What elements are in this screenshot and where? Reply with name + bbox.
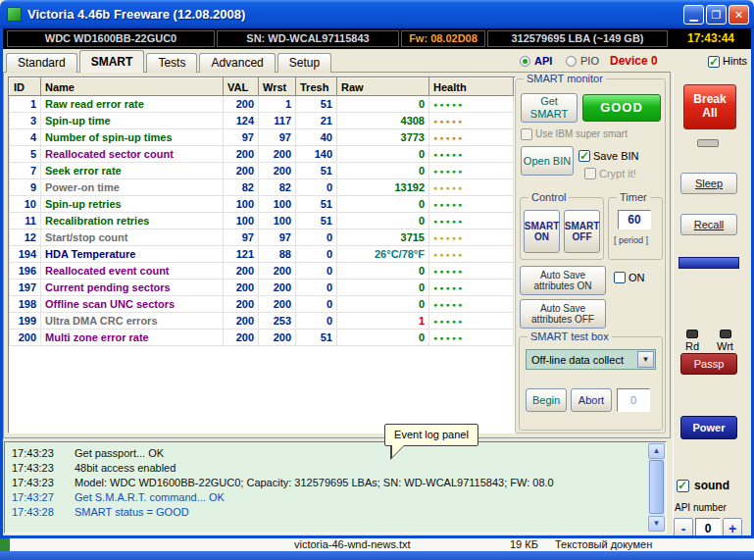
tab-standard[interactable]: Standard bbox=[6, 53, 77, 73]
clock: 17:43:44 bbox=[674, 30, 748, 47]
close-icon[interactable]: ✕ bbox=[729, 5, 749, 25]
cell-val: 200 bbox=[224, 163, 259, 179]
health-dots: ●●●●● bbox=[429, 196, 514, 213]
cell-wrst: 200 bbox=[259, 146, 296, 163]
smart-attribute-row[interactable]: 1Raw read error rate2001510●●●●● bbox=[10, 96, 514, 113]
test-value-input[interactable]: 0 bbox=[617, 388, 650, 412]
background-window-row: victoria-46-wnd-news.txt 19 КБ Текстовый… bbox=[0, 538, 754, 551]
get-smart-button[interactable]: Get SMART bbox=[521, 93, 578, 123]
smart-off-button[interactable]: SMART OFF bbox=[564, 210, 600, 253]
scroll-up-icon[interactable]: ▲ bbox=[648, 443, 665, 459]
control-groupbox: Control SMART ON SMART OFF bbox=[520, 197, 604, 260]
smart-status-button[interactable]: GOOD bbox=[582, 94, 661, 122]
smart-attribute-row[interactable]: 200Multi zone error rate200200510●●●●● bbox=[10, 330, 514, 346]
smart-attribute-row[interactable]: 9Power-on time8282013192●●●●● bbox=[10, 179, 514, 196]
scrollbar-thumb[interactable] bbox=[649, 460, 664, 514]
test-select[interactable]: Off-line data collect ▼ bbox=[526, 349, 656, 370]
control-title: Control bbox=[528, 191, 569, 203]
smart-attribute-row[interactable]: 12Start/stop count979703715●●●●● bbox=[10, 229, 514, 246]
tab-advanced[interactable]: Advanced bbox=[199, 53, 275, 73]
cell-val: 121 bbox=[224, 246, 259, 263]
smart-monitor-panel: SMART monitor Get SMART GOOD Use IBM sup… bbox=[515, 78, 666, 433]
timer-input[interactable]: 60 bbox=[618, 210, 651, 229]
cell-id: 1 bbox=[10, 96, 41, 113]
smart-table-body: 1Raw read error rate2001510●●●●●3Spin-up… bbox=[10, 96, 514, 346]
smart-attribute-row[interactable]: 10Spin-up retries100100510●●●●● bbox=[10, 196, 514, 213]
cell-id: 11 bbox=[10, 213, 41, 229]
health-dots: ●●●●● bbox=[429, 146, 514, 163]
maximize-icon[interactable]: ❐ bbox=[706, 5, 727, 25]
smart-attribute-row[interactable]: 197Current pending sectors20020000●●●●● bbox=[10, 280, 514, 296]
smart-on-button[interactable]: SMART ON bbox=[524, 210, 560, 253]
hints-label: Hints bbox=[723, 55, 747, 67]
cell-wrst: 88 bbox=[259, 246, 296, 263]
log-line: 17:43:2348bit access enabled bbox=[12, 461, 646, 476]
break-all-button[interactable]: Break All bbox=[683, 84, 736, 129]
sleep-button[interactable]: Sleep bbox=[680, 173, 737, 194]
pio-radio[interactable] bbox=[566, 56, 577, 67]
chevron-down-icon[interactable]: ▼ bbox=[637, 351, 654, 368]
hints-checkbox[interactable] bbox=[708, 56, 720, 68]
recall-button[interactable]: Recall bbox=[680, 214, 737, 235]
abort-button[interactable]: Abort bbox=[571, 388, 612, 412]
smart-attribute-row[interactable]: 199Ultra DMA CRC errors20025301●●●●● bbox=[10, 313, 514, 330]
log-time: 17:43:23 bbox=[12, 461, 75, 476]
smart-attribute-row[interactable]: 196Reallocated event count20020000●●●●● bbox=[10, 263, 514, 280]
health-dots: ●●●●● bbox=[429, 263, 514, 280]
status-led bbox=[697, 139, 719, 147]
log-message: 48bit access enabled bbox=[75, 462, 176, 474]
health-dots: ●●●●● bbox=[429, 229, 514, 246]
api-radio[interactable] bbox=[520, 56, 530, 67]
smart-attribute-row[interactable]: 7Seek error rate200200510●●●●● bbox=[10, 163, 514, 179]
cell-wrst: 200 bbox=[259, 330, 296, 346]
autosave-on-checkbox[interactable] bbox=[614, 272, 626, 283]
device-label: Device 0 bbox=[610, 54, 658, 68]
event-log-panel: 17:43:23Get passport... OK17:43:2348bit … bbox=[4, 441, 667, 534]
smart-attribute-row[interactable]: 11Recalibration retries100100510●●●●● bbox=[10, 213, 514, 229]
crypt-it-checkbox[interactable] bbox=[584, 168, 596, 179]
column-header-raw: Raw bbox=[337, 78, 429, 96]
begin-button[interactable]: Begin bbox=[526, 388, 567, 412]
cell-val: 200 bbox=[224, 296, 259, 313]
power-button[interactable]: Power bbox=[680, 416, 737, 439]
tab-smart[interactable]: SMART bbox=[79, 50, 145, 73]
cell-tresh: 51 bbox=[296, 213, 337, 229]
sound-checkbox[interactable] bbox=[677, 480, 689, 492]
drive-capacity: 312579695 LBA (~149 GB) bbox=[487, 30, 668, 47]
cell-wrst: 97 bbox=[259, 129, 296, 146]
screen: Victoria 4.46b Freeware (12.08.2008) ▁ ❐… bbox=[0, 0, 754, 560]
cell-name: Number of spin-up times bbox=[41, 129, 224, 146]
smart-attribute-row[interactable]: 3Spin-up time124117214308●●●●● bbox=[10, 113, 514, 129]
cell-name: Raw read error rate bbox=[41, 96, 224, 113]
cell-name: Reallocated sector count bbox=[41, 146, 224, 163]
tab-tests[interactable]: Tests bbox=[146, 53, 197, 73]
cell-id: 197 bbox=[10, 280, 41, 296]
timer-title: Timer bbox=[617, 191, 650, 203]
smart-tab-page: IDNameVALWrstTreshRawHealth 1Raw read er… bbox=[3, 72, 671, 438]
passp-button[interactable]: Passp bbox=[680, 353, 737, 375]
use-ibm-checkbox[interactable] bbox=[521, 128, 532, 140]
tab-setup[interactable]: Setup bbox=[277, 53, 331, 73]
smart-attribute-row[interactable]: 4Number of spin-up times9797403773●●●●● bbox=[10, 129, 514, 146]
smart-attribute-row[interactable]: 5Reallocated sector count2002001400●●●●● bbox=[10, 146, 514, 163]
autosave-off-button[interactable]: Auto Save attributes OFF bbox=[520, 299, 606, 329]
cell-wrst: 97 bbox=[259, 229, 296, 246]
log-scrollbar[interactable]: ▲ ▼ bbox=[648, 443, 665, 532]
minimize-icon[interactable]: ▁ bbox=[683, 5, 704, 25]
scroll-down-icon[interactable]: ▼ bbox=[648, 516, 665, 532]
cell-raw: 3715 bbox=[337, 229, 429, 246]
cell-val: 200 bbox=[224, 280, 259, 296]
log-line: 17:43:23Model: WDC WD1600BB-22GUC0; Capa… bbox=[12, 476, 646, 490]
smart-attribute-row[interactable]: 194HDA Temperature12188026°C/78°F●●●●● bbox=[10, 246, 514, 263]
cell-id: 10 bbox=[10, 196, 41, 213]
column-header-wrst: Wrst bbox=[259, 78, 296, 96]
save-bin-checkbox[interactable] bbox=[578, 150, 590, 162]
health-dots: ●●●●● bbox=[429, 313, 514, 330]
smart-attribute-row[interactable]: 198Offline scan UNC sectors20020000●●●●● bbox=[10, 296, 514, 313]
api-number-label: API number bbox=[675, 502, 727, 513]
column-header-tresh: Tresh bbox=[296, 78, 337, 96]
autosave-on-button[interactable]: Auto Save attributes ON bbox=[520, 266, 606, 295]
open-bin-button[interactable]: Open BIN bbox=[521, 146, 574, 176]
autosave-on-checkbox-label: ON bbox=[628, 272, 645, 283]
cell-name: Current pending sectors bbox=[41, 280, 224, 296]
